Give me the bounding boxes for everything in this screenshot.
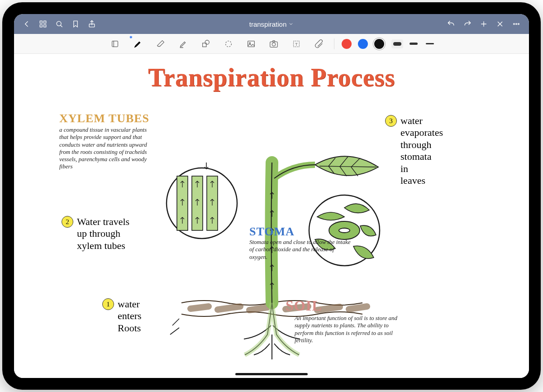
svg-line-5 [61,25,62,27]
home-indicator[interactable] [235,373,308,375]
soil-heading: SOIL [286,297,322,314]
highlighter-tool[interactable] [176,36,191,52]
camera-tool[interactable] [266,36,281,52]
step-1-badge: 1 [102,298,114,310]
lasso-tool[interactable] [221,36,236,52]
svg-text:T: T [295,42,298,46]
step-1-text: water enters Roots [118,298,142,334]
xylem-heading: XYLEM TUBES [59,112,149,125]
svg-point-4 [57,21,61,26]
stoma-heading: STOMA [249,225,295,239]
svg-point-12 [516,24,517,25]
svg-point-18 [225,41,231,47]
svg-line-30 [349,306,367,309]
app-navbar: transpiration [14,14,529,34]
search-button[interactable] [52,17,67,31]
undo-button[interactable] [444,17,458,31]
more-button[interactable] [509,17,524,31]
thumbnails-button[interactable] [36,17,50,31]
close-button[interactable] [493,17,507,31]
svg-point-17 [205,40,209,44]
svg-rect-0 [40,21,42,23]
ipad-device-frame: transpiration [2,2,541,390]
note-canvas[interactable]: Transpiration Process [14,54,529,378]
color-palette [342,39,384,49]
color-swatch-black[interactable] [374,39,384,49]
image-tool[interactable] [243,36,259,52]
read-mode-tool[interactable] [108,36,123,52]
svg-line-26 [218,306,240,310]
shapes-tool[interactable] [198,36,214,52]
stroke-width-thin[interactable] [424,39,436,48]
svg-line-46 [170,328,179,335]
bookmark-button[interactable] [68,17,83,31]
svg-rect-14 [112,41,118,47]
svg-rect-19 [248,41,254,47]
color-swatch-red[interactable] [342,39,352,49]
svg-rect-3 [44,25,46,27]
svg-line-25 [191,306,209,309]
stoma-description: Stomata open and close to allow the inta… [249,239,353,261]
svg-line-45 [172,319,179,325]
svg-line-27 [249,307,267,310]
svg-point-44 [339,228,350,233]
document-title: transpiration [249,20,287,28]
tool-toolbar: ✱ T [14,34,529,54]
xylem-description: a compound tissue in vascular plants tha… [59,126,154,171]
add-button[interactable] [476,17,491,31]
svg-point-11 [514,24,515,25]
step-3-badge: 3 [385,115,397,127]
stroke-width-medium[interactable] [408,39,419,48]
step-3: 3 water evaporates through stomata in le… [385,115,443,186]
text-tool[interactable]: T [289,36,304,52]
step-3-text: water evaporates through stomata in leav… [400,115,443,186]
step-2: 2 Water travels up through xylem tubes [62,216,129,252]
screen: transpiration [14,14,529,378]
note-title: Transpiration Process [14,63,529,92]
toolbar-divider [334,38,334,49]
redo-button[interactable] [460,17,475,31]
share-button[interactable] [85,17,99,31]
svg-rect-2 [40,25,42,27]
soil-description: An important function of soil is to stor… [295,315,403,344]
step-1: 1 water enters Roots [102,298,142,334]
pen-tool[interactable]: ✱ [130,36,146,52]
bluetooth-indicator-icon: ✱ [129,35,133,39]
svg-rect-1 [44,21,46,23]
eraser-tool[interactable] [153,36,168,52]
stroke-width-thick[interactable] [391,39,403,48]
back-button[interactable] [19,17,34,31]
color-swatch-blue[interactable] [358,39,368,49]
step-2-text: Water travels up through xylem tubes [77,216,129,252]
svg-point-13 [518,24,519,25]
attachment-tool[interactable] [311,36,327,52]
document-title-area[interactable]: transpiration [101,20,442,28]
svg-point-22 [272,43,275,46]
stroke-width-palette [391,39,436,48]
step-2-badge: 2 [62,216,73,228]
